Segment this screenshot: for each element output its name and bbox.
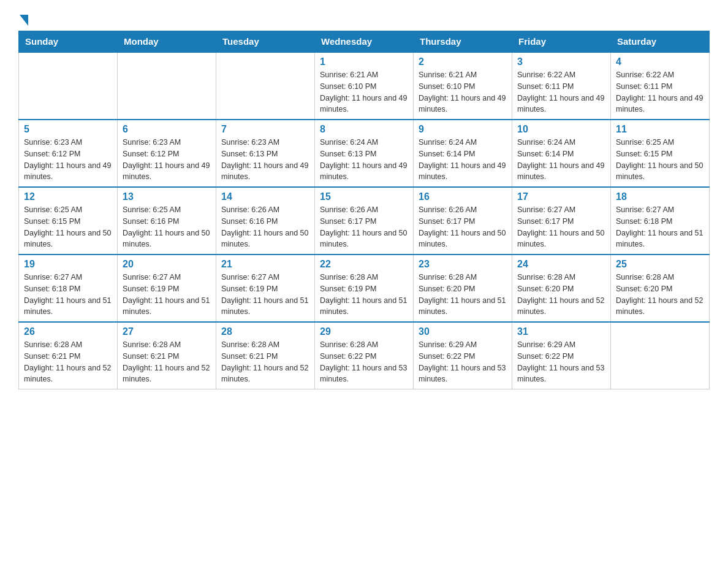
day-info: Sunrise: 6:28 AMSunset: 6:20 PMDaylight:… [419, 272, 507, 318]
calendar-cell: 6Sunrise: 6:23 AMSunset: 6:12 PMDaylight… [118, 120, 216, 187]
calendar-week-row: 19Sunrise: 6:27 AMSunset: 6:18 PMDayligh… [19, 255, 710, 322]
day-info: Sunrise: 6:23 AMSunset: 6:13 PMDaylight:… [221, 137, 309, 183]
calendar-cell: 17Sunrise: 6:27 AMSunset: 6:17 PMDayligh… [512, 187, 611, 255]
calendar-cell [611, 322, 710, 389]
day-info: Sunrise: 6:26 AMSunset: 6:17 PMDaylight:… [320, 204, 408, 250]
day-info: Sunrise: 6:25 AMSunset: 6:15 PMDaylight:… [24, 204, 112, 250]
calendar-cell: 31Sunrise: 6:29 AMSunset: 6:22 PMDayligh… [512, 322, 611, 389]
day-number: 22 [320, 259, 408, 270]
calendar-cell: 1Sunrise: 6:21 AMSunset: 6:10 PMDaylight… [315, 52, 414, 120]
calendar-week-row: 12Sunrise: 6:25 AMSunset: 6:15 PMDayligh… [19, 187, 710, 255]
day-info: Sunrise: 6:29 AMSunset: 6:22 PMDaylight:… [517, 339, 605, 385]
day-info: Sunrise: 6:21 AMSunset: 6:10 PMDaylight:… [419, 69, 507, 115]
day-info: Sunrise: 6:26 AMSunset: 6:16 PMDaylight:… [221, 204, 309, 250]
calendar-cell: 11Sunrise: 6:25 AMSunset: 6:15 PMDayligh… [611, 120, 710, 187]
day-number: 20 [123, 259, 211, 270]
day-info: Sunrise: 6:25 AMSunset: 6:15 PMDaylight:… [616, 137, 704, 183]
day-number: 24 [517, 259, 605, 270]
logo-triangle-icon [20, 15, 28, 26]
calendar-cell: 29Sunrise: 6:28 AMSunset: 6:22 PMDayligh… [315, 322, 414, 389]
day-number: 8 [320, 124, 408, 135]
calendar-header-saturday: Saturday [611, 31, 710, 53]
calendar-header-friday: Friday [512, 31, 611, 53]
day-number: 14 [221, 191, 309, 202]
calendar-cell: 28Sunrise: 6:28 AMSunset: 6:21 PMDayligh… [216, 322, 315, 389]
day-number: 1 [320, 56, 408, 67]
day-info: Sunrise: 6:22 AMSunset: 6:11 PMDaylight:… [616, 69, 704, 115]
calendar-cell: 22Sunrise: 6:28 AMSunset: 6:19 PMDayligh… [315, 255, 414, 322]
day-number: 13 [123, 191, 211, 202]
calendar-cell: 27Sunrise: 6:28 AMSunset: 6:21 PMDayligh… [118, 322, 216, 389]
calendar-cell: 30Sunrise: 6:29 AMSunset: 6:22 PMDayligh… [414, 322, 512, 389]
day-info: Sunrise: 6:25 AMSunset: 6:16 PMDaylight:… [123, 204, 211, 250]
calendar-cell: 18Sunrise: 6:27 AMSunset: 6:18 PMDayligh… [611, 187, 710, 255]
calendar-cell [216, 52, 315, 120]
calendar-cell: 9Sunrise: 6:24 AMSunset: 6:14 PMDaylight… [414, 120, 512, 187]
calendar-cell: 24Sunrise: 6:28 AMSunset: 6:20 PMDayligh… [512, 255, 611, 322]
calendar-week-row: 1Sunrise: 6:21 AMSunset: 6:10 PMDaylight… [19, 52, 710, 120]
day-number: 18 [616, 191, 704, 202]
day-number: 5 [24, 124, 112, 135]
day-number: 27 [123, 326, 211, 337]
calendar-header-sunday: Sunday [19, 31, 118, 53]
calendar-header-tuesday: Tuesday [216, 31, 315, 53]
calendar-cell: 16Sunrise: 6:26 AMSunset: 6:17 PMDayligh… [414, 187, 512, 255]
day-info: Sunrise: 6:28 AMSunset: 6:21 PMDaylight:… [221, 339, 309, 385]
day-info: Sunrise: 6:24 AMSunset: 6:13 PMDaylight:… [320, 137, 408, 183]
calendar-cell: 26Sunrise: 6:28 AMSunset: 6:21 PMDayligh… [19, 322, 118, 389]
day-number: 12 [24, 191, 112, 202]
day-info: Sunrise: 6:23 AMSunset: 6:12 PMDaylight:… [123, 137, 211, 183]
calendar-header-thursday: Thursday [414, 31, 512, 53]
calendar-cell [118, 52, 216, 120]
calendar-cell: 12Sunrise: 6:25 AMSunset: 6:15 PMDayligh… [19, 187, 118, 255]
calendar-cell: 7Sunrise: 6:23 AMSunset: 6:13 PMDaylight… [216, 120, 315, 187]
calendar-cell: 20Sunrise: 6:27 AMSunset: 6:19 PMDayligh… [118, 255, 216, 322]
day-info: Sunrise: 6:24 AMSunset: 6:14 PMDaylight:… [419, 137, 507, 183]
day-number: 11 [616, 124, 704, 135]
day-number: 21 [221, 259, 309, 270]
day-info: Sunrise: 6:28 AMSunset: 6:21 PMDaylight:… [123, 339, 211, 385]
day-info: Sunrise: 6:28 AMSunset: 6:21 PMDaylight:… [24, 339, 112, 385]
calendar-week-row: 26Sunrise: 6:28 AMSunset: 6:21 PMDayligh… [19, 322, 710, 389]
day-number: 4 [616, 56, 704, 67]
day-info: Sunrise: 6:23 AMSunset: 6:12 PMDaylight:… [24, 137, 112, 183]
day-info: Sunrise: 6:27 AMSunset: 6:18 PMDaylight:… [24, 272, 112, 318]
calendar-cell: 13Sunrise: 6:25 AMSunset: 6:16 PMDayligh… [118, 187, 216, 255]
day-number: 19 [24, 259, 112, 270]
day-number: 2 [419, 56, 507, 67]
day-number: 17 [517, 191, 605, 202]
day-info: Sunrise: 6:27 AMSunset: 6:17 PMDaylight:… [517, 204, 605, 250]
calendar-cell: 5Sunrise: 6:23 AMSunset: 6:12 PMDaylight… [19, 120, 118, 187]
calendar-week-row: 5Sunrise: 6:23 AMSunset: 6:12 PMDaylight… [19, 120, 710, 187]
day-info: Sunrise: 6:24 AMSunset: 6:14 PMDaylight:… [517, 137, 605, 183]
calendar-cell: 2Sunrise: 6:21 AMSunset: 6:10 PMDaylight… [414, 52, 512, 120]
calendar-cell: 4Sunrise: 6:22 AMSunset: 6:11 PMDaylight… [611, 52, 710, 120]
page-header [18, 12, 710, 25]
calendar-cell: 15Sunrise: 6:26 AMSunset: 6:17 PMDayligh… [315, 187, 414, 255]
calendar-header-row: SundayMondayTuesdayWednesdayThursdayFrid… [19, 31, 710, 53]
day-number: 16 [419, 191, 507, 202]
calendar-cell: 23Sunrise: 6:28 AMSunset: 6:20 PMDayligh… [414, 255, 512, 322]
day-info: Sunrise: 6:27 AMSunset: 6:19 PMDaylight:… [221, 272, 309, 318]
day-info: Sunrise: 6:22 AMSunset: 6:11 PMDaylight:… [517, 69, 605, 115]
calendar-cell: 19Sunrise: 6:27 AMSunset: 6:18 PMDayligh… [19, 255, 118, 322]
calendar-cell: 14Sunrise: 6:26 AMSunset: 6:16 PMDayligh… [216, 187, 315, 255]
day-info: Sunrise: 6:29 AMSunset: 6:22 PMDaylight:… [419, 339, 507, 385]
day-info: Sunrise: 6:27 AMSunset: 6:19 PMDaylight:… [123, 272, 211, 318]
calendar-cell: 21Sunrise: 6:27 AMSunset: 6:19 PMDayligh… [216, 255, 315, 322]
day-info: Sunrise: 6:21 AMSunset: 6:10 PMDaylight:… [320, 69, 408, 115]
day-info: Sunrise: 6:28 AMSunset: 6:20 PMDaylight:… [616, 272, 704, 318]
day-number: 29 [320, 326, 408, 337]
calendar-table: SundayMondayTuesdayWednesdayThursdayFrid… [18, 31, 710, 389]
day-number: 30 [419, 326, 507, 337]
day-number: 31 [517, 326, 605, 337]
day-number: 6 [123, 124, 211, 135]
day-info: Sunrise: 6:28 AMSunset: 6:20 PMDaylight:… [517, 272, 605, 318]
day-number: 3 [517, 56, 605, 67]
calendar-cell: 25Sunrise: 6:28 AMSunset: 6:20 PMDayligh… [611, 255, 710, 322]
calendar-header-wednesday: Wednesday [315, 31, 414, 53]
calendar-cell: 10Sunrise: 6:24 AMSunset: 6:14 PMDayligh… [512, 120, 611, 187]
day-number: 25 [616, 259, 704, 270]
day-info: Sunrise: 6:28 AMSunset: 6:22 PMDaylight:… [320, 339, 408, 385]
calendar-cell: 3Sunrise: 6:22 AMSunset: 6:11 PMDaylight… [512, 52, 611, 120]
